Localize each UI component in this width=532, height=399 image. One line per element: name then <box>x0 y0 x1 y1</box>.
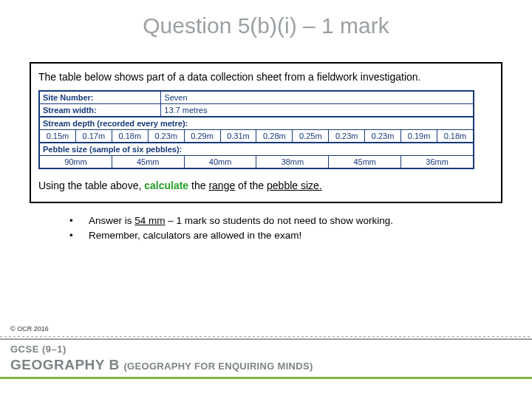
answer-notes: • Answer is 54 mm – 1 mark so students d… <box>69 214 532 244</box>
stream-width-label: Stream width: <box>40 103 161 116</box>
pebble-cell: 45mm <box>329 155 401 168</box>
range-keyword: range <box>208 180 235 191</box>
depth-cell: 0.23m <box>365 129 401 142</box>
footer-band: GCSE (9–1) GEOGRAPHY B (GEOGRAPHY FOR EN… <box>0 336 532 381</box>
question-intro: The table below shows part of a data col… <box>38 71 494 84</box>
depth-cell: 0.18m <box>112 129 148 142</box>
depth-cell: 0.18m <box>437 129 473 142</box>
pebble-size-keyword: pebble size. <box>267 180 322 191</box>
pebble-cell: 40mm <box>184 155 256 168</box>
gcse-label: GCSE (9–1) <box>10 344 66 355</box>
site-number-value: Seven <box>161 91 474 103</box>
list-item: • Remember, calculators are allowed in t… <box>69 228 532 243</box>
copyright-text: © OCR 2016 <box>10 325 49 332</box>
question-box: The table below shows part of a data col… <box>30 62 502 203</box>
answer-value: 54 mm <box>134 215 165 226</box>
pebble-cell: 36mm <box>401 155 474 168</box>
pebble-cell: 45mm <box>112 155 184 168</box>
data-collection-sheet: Site Number: Seven Stream width: 13.7 me… <box>38 90 474 169</box>
divider-solid <box>0 338 532 340</box>
slide-title: Question 5(b)(i) – 1 mark <box>0 13 532 38</box>
depth-cell: 0.29m <box>184 129 220 142</box>
stream-depth-header: Stream depth (recorded every metre): <box>40 117 474 129</box>
site-number-label: Site Number: <box>40 91 161 103</box>
bullet-icon: • <box>69 228 89 243</box>
pebble-cell: 90mm <box>40 155 112 168</box>
pebble-size-row: 90mm 45mm 40mm 38mm 45mm 36mm <box>40 155 474 168</box>
depth-cell: 0.17m <box>75 129 112 142</box>
bullet-icon: • <box>69 214 89 228</box>
stream-width-value: 13.7 metres <box>161 103 474 116</box>
depth-cell: 0.23m <box>148 129 184 142</box>
divider-dashed <box>0 336 532 337</box>
pebble-cell: 38mm <box>256 155 329 168</box>
depth-cell: 0.25m <box>293 129 329 142</box>
calculate-keyword: calculate <box>144 180 188 191</box>
depth-cell: 0.31m <box>220 129 256 142</box>
list-item: • Answer is 54 mm – 1 mark so students d… <box>69 214 532 228</box>
question-instruction: Using the table above, calculate the ran… <box>38 180 494 191</box>
pebble-size-header: Pebble size (sample of six pebbles): <box>40 143 474 155</box>
depth-cell: 0.28m <box>256 129 293 142</box>
depth-cell: 0.23m <box>329 129 365 142</box>
divider-green <box>0 377 532 379</box>
depth-cell: 0.15m <box>40 129 76 142</box>
subject-title: GEOGRAPHY B (GEOGRAPHY FOR ENQUIRING MIN… <box>10 357 313 373</box>
stream-depth-row: 0.15m 0.17m 0.18m 0.23m 0.29m 0.31m 0.28… <box>40 129 474 142</box>
depth-cell: 0.19m <box>401 129 437 142</box>
